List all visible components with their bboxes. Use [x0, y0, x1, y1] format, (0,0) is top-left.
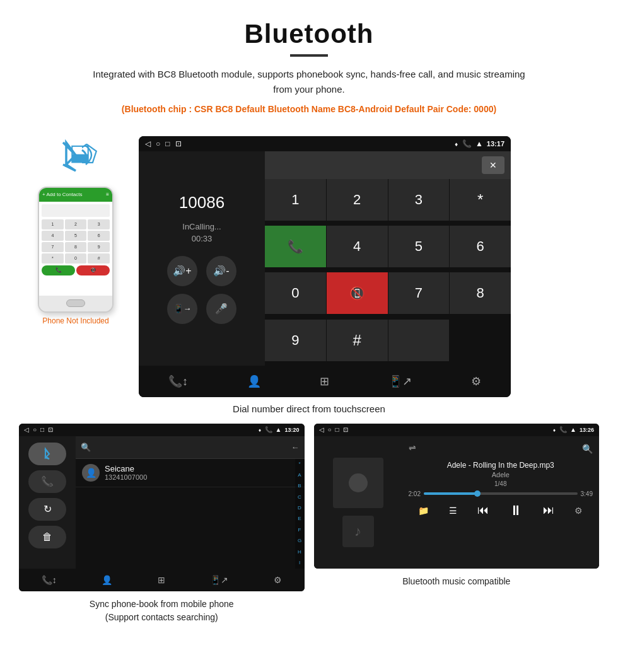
dial-controls-row2: 📱→ 🎤: [167, 294, 236, 324]
phone-number-display: [42, 204, 110, 217]
volume-up-button[interactable]: 🔊+: [167, 256, 197, 286]
dial-nav-phone-icon[interactable]: 📞↕: [168, 374, 188, 388]
home-nav-icon: ○: [156, 139, 160, 148]
dial-nav-grid-icon[interactable]: ⊞: [320, 374, 329, 388]
phone-call-button[interactable]: 📞: [42, 265, 75, 275]
phonebook-android-screen: ◁ ○ □ ⊡ ⬧ 📞 ▲ 13:20: [19, 424, 305, 591]
screenshot-nav-icon: ⊡: [175, 139, 182, 148]
phonebook-sidebar: 📞 ↻ 🗑: [19, 436, 76, 569]
volume-down-button[interactable]: 🔊-: [206, 256, 236, 286]
page-specs: (Bluetooth chip : CSR BC8 Default Blueto…: [88, 102, 530, 117]
phonebook-caption-line2: (Support contacts searching): [105, 612, 218, 622]
keypad-call-button[interactable]: 📞: [265, 226, 326, 267]
location-status-icon: ⬧: [454, 139, 458, 148]
keypad-6[interactable]: 6: [450, 226, 511, 267]
progress-time-total: 3:49: [581, 490, 593, 497]
pb-bluetooth-button[interactable]: [28, 443, 66, 465]
keypad-hash[interactable]: #: [327, 320, 388, 361]
keypad-3[interactable]: 3: [388, 179, 450, 221]
alpha-D: D: [298, 506, 301, 511]
call-status-icon: 📞: [462, 139, 472, 148]
alpha-G: G: [298, 538, 301, 543]
keypad-8[interactable]: 8: [450, 272, 511, 314]
phone-content: 1 2 3 4 5 6 7 8 9 * 0 #: [39, 202, 112, 296]
status-icons-right: ⬧ 📞 ▲ 13:17: [454, 139, 504, 148]
mu-recents-icon: □: [335, 426, 339, 433]
dial-nav-settings-icon[interactable]: ⚙: [471, 374, 481, 388]
keypad-7[interactable]: 7: [388, 272, 450, 314]
equalizer-icon[interactable]: ⚙: [574, 506, 583, 516]
keypad-5[interactable]: 5: [388, 226, 450, 267]
pb-location-icon: ⬧: [258, 426, 262, 433]
phonebook-content: 📞 ↻ 🗑 🔍 ← 👤: [19, 436, 305, 569]
phonebook-caption: Sync phone-book from mobile phone (Suppo…: [19, 598, 305, 624]
album-art: ♪: [333, 458, 383, 508]
music-right-panel: ⇌ 🔍 Adele - Rolling In the Deep.mp3 Adel…: [402, 436, 600, 569]
keypad-2[interactable]: 2: [327, 179, 388, 221]
dial-nav-contacts-icon[interactable]: 👤: [247, 374, 261, 388]
pb-screenshot-icon: ⊡: [48, 426, 53, 433]
song-title: Adele - Rolling In the Deep.mp3: [409, 461, 593, 470]
keypad-end-button[interactable]: 📵: [327, 272, 388, 314]
number-input-bar: ✕: [265, 151, 511, 179]
bottom-screens: ◁ ○ □ ⊡ ⬧ 📞 ▲ 13:20: [0, 424, 618, 624]
keypad-empty: [388, 320, 450, 361]
contact-number: 13241007000: [105, 473, 147, 481]
phonebook-nav-bar: 📞↕ 👤 ⊞ 📱↗ ⚙: [19, 569, 305, 591]
phone-key-6: 6: [88, 231, 110, 241]
folder-icon[interactable]: 📁: [418, 506, 429, 516]
dial-nav-bar: 📞↕ 👤 ⊞ 📱↗ ⚙: [139, 366, 511, 397]
pb-nav-settings-icon[interactable]: ⚙: [274, 575, 282, 585]
pb-nav-phone-icon[interactable]: 📞↕: [42, 575, 57, 585]
alpha-H: H: [298, 550, 301, 555]
pb-nav-transfer-icon[interactable]: 📱↗: [210, 575, 228, 585]
pb-nav-grid-icon[interactable]: ⊞: [158, 575, 165, 585]
music-search-icon[interactable]: 🔍: [582, 444, 593, 454]
pb-phone-button[interactable]: 📞: [28, 470, 66, 493]
dial-right-panel: ✕ 1 2 3 * 📞 4 5 6 0 📵 7 8 9 #: [265, 151, 511, 366]
phone-key-8: 8: [65, 242, 87, 252]
phone-end-button[interactable]: 📵: [76, 265, 110, 275]
music-progress-bar: 2:02 3:49: [409, 490, 593, 497]
prev-track-button[interactable]: ⏮: [477, 504, 489, 517]
phone-key-hash: #: [88, 253, 110, 264]
progress-bar-outer[interactable]: [424, 492, 578, 495]
progress-dot: [474, 490, 481, 497]
mute-button[interactable]: 🎤: [206, 294, 236, 324]
keypad-9[interactable]: 9: [265, 320, 326, 361]
pb-sync-button[interactable]: ↻: [28, 498, 66, 521]
keypad-0[interactable]: 0: [265, 272, 326, 314]
alpha-I: I: [299, 560, 300, 565]
contact-row[interactable]: 👤 Seicane 13241007000: [76, 459, 305, 487]
phone-home-button[interactable]: [66, 299, 85, 307]
pb-delete-button[interactable]: 🗑: [28, 526, 66, 548]
alpha-F: F: [298, 528, 301, 533]
phone-key-4: 4: [42, 231, 64, 241]
music-left-panel: ♪ ♪: [314, 436, 402, 569]
pb-home-icon: ○: [33, 426, 37, 433]
dial-status-time: 13:17: [487, 140, 504, 148]
mu-time: 13:26: [580, 427, 594, 433]
keypad-1[interactable]: 1: [265, 179, 326, 221]
play-pause-button[interactable]: ⏸: [509, 502, 523, 519]
backspace-button[interactable]: ✕: [482, 156, 504, 174]
pb-recents-icon: □: [40, 426, 44, 433]
next-track-button[interactable]: ⏭: [543, 504, 554, 517]
pb-nav-contacts-icon[interactable]: 👤: [102, 575, 112, 585]
phone-key-star: *: [42, 253, 64, 264]
dial-left-panel: 10086 InCalling... 00:33 🔊+ 🔊- 📱→ 🎤: [139, 151, 265, 366]
shuffle-icon[interactable]: ⇌: [409, 443, 416, 453]
page-header: Bluetooth Integrated with BC8 Bluetooth …: [0, 0, 618, 124]
music-block: ◁ ○ □ ⊡ ⬧ 📞 ▲ 13:26 ♪: [314, 424, 600, 624]
dial-nav-transfer-icon[interactable]: 📱↗: [388, 374, 412, 388]
playlist-icon[interactable]: ☰: [449, 506, 457, 516]
alpha-A: A: [298, 473, 301, 478]
song-track-info: 1/48: [409, 480, 593, 487]
phone-key-0: 0: [65, 253, 87, 264]
mu-screenshot-icon: ⊡: [343, 426, 348, 433]
keypad-star[interactable]: *: [450, 179, 511, 221]
switch-audio-button[interactable]: 📱→: [167, 294, 197, 324]
keypad-4[interactable]: 4: [327, 226, 388, 267]
pb-wifi-icon: ▲: [276, 426, 282, 433]
phone-top-text: + Add to Contacts: [42, 192, 82, 197]
